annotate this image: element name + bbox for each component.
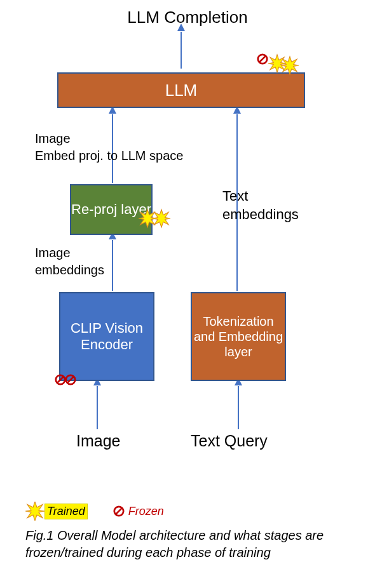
- label-image-embeddings: Image embeddings: [35, 244, 104, 279]
- svg-line-12: [115, 508, 122, 515]
- clip-vision-encoder-box: CLIP Vision Encoder: [59, 292, 154, 381]
- architecture-diagram: LLM Completion LLM Re-proj layer CLIP Vi…: [0, 0, 375, 495]
- svg-marker-3: [281, 57, 299, 74]
- arrow-image-to-clip: [97, 386, 98, 429]
- trained-icon: [281, 57, 299, 74]
- legend-label-frozen: Frozen: [128, 505, 164, 518]
- legend: Trained Frozen: [25, 502, 189, 521]
- svg-line-1: [259, 56, 266, 63]
- trained-icon: [25, 502, 44, 521]
- label-line: Embed proj. to LLM space: [35, 149, 183, 163]
- legend-label-trained: Trained: [44, 504, 88, 519]
- label-text-query-input: Text Query: [191, 432, 268, 450]
- trained-icon: [153, 210, 170, 227]
- frozen-icon: [65, 374, 76, 385]
- frozen-icon: [113, 505, 125, 517]
- label-line: Text: [222, 188, 248, 204]
- svg-marker-5: [153, 210, 170, 227]
- svg-marker-10: [25, 502, 44, 521]
- tokenization-embedding-box: Tokenization and Embedding layer: [191, 292, 286, 381]
- legend-item-frozen: Frozen: [113, 505, 164, 518]
- label-image-embed-proj: Image Embed proj. to LLM space: [35, 130, 183, 164]
- llm-box: LLM: [57, 72, 305, 108]
- output-label: LLM Completion: [0, 8, 375, 27]
- label-line: Image: [35, 131, 71, 145]
- label-text-embeddings: Text embeddings: [222, 187, 299, 224]
- svg-line-7: [57, 377, 64, 384]
- figure-caption: Fig.1 Overall Model architecture and wha…: [25, 527, 350, 561]
- arrow-clip-to-reproj: [112, 240, 113, 291]
- legend-item-trained: Trained: [25, 502, 88, 521]
- label-line: embeddings: [35, 263, 104, 277]
- arrow-llm-to-output: [181, 32, 182, 69]
- label-image-input: Image: [76, 432, 120, 450]
- frozen-icon: [257, 53, 268, 65]
- svg-line-9: [67, 377, 74, 384]
- label-line: embeddings: [222, 206, 299, 222]
- label-line: Image: [35, 246, 71, 260]
- arrow-textquery-to-tokemb: [238, 386, 239, 429]
